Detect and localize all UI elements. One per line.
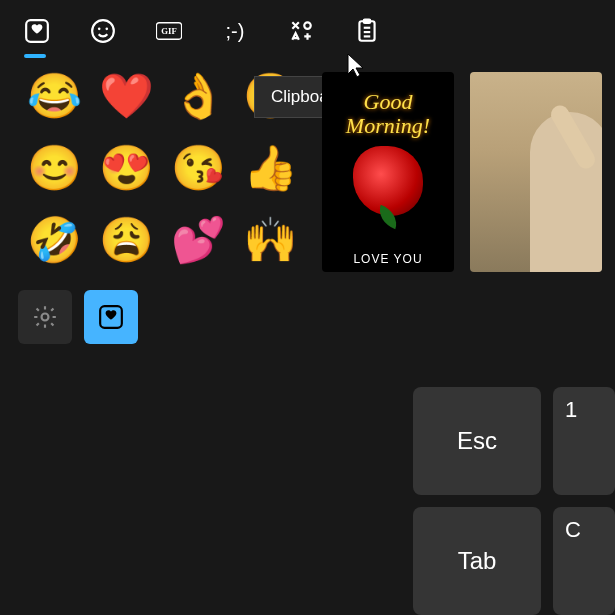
svg-rect-7	[364, 20, 371, 23]
rose-graphic	[353, 146, 423, 216]
key-partial[interactable]: C	[553, 507, 615, 615]
gif-card-kitchen[interactable]	[470, 72, 602, 272]
emoji-item[interactable]: 😊	[24, 138, 84, 198]
emoji-item[interactable]: 🙌	[240, 210, 300, 270]
mouse-cursor-icon	[346, 52, 366, 78]
emoji-item[interactable]: 💕	[168, 210, 228, 270]
gif-card-good-morning[interactable]: Good Morning! LOVE YOU	[322, 72, 454, 272]
gif-label: GIF	[161, 26, 176, 36]
emoji-item[interactable]: 😍	[96, 138, 156, 198]
emoji-item[interactable]: 👌	[168, 66, 228, 126]
favorites-button[interactable]	[84, 290, 138, 344]
key-tab[interactable]: Tab	[413, 507, 541, 615]
emoji-item[interactable]: 😘	[168, 138, 228, 198]
svg-point-3	[105, 28, 108, 31]
svg-point-5	[304, 22, 311, 28]
svg-point-11	[42, 314, 49, 321]
tab-gif[interactable]: GIF	[154, 16, 184, 46]
svg-point-1	[92, 20, 114, 42]
tab-kaomoji[interactable]: ;-)	[220, 16, 250, 46]
tab-symbols[interactable]	[286, 16, 316, 46]
gif-text-line: Good	[364, 89, 413, 114]
svg-point-2	[98, 28, 101, 31]
emoji-item[interactable]: ❤️	[96, 66, 156, 126]
key-esc[interactable]: Esc	[413, 387, 541, 495]
tab-emoji[interactable]	[88, 16, 118, 46]
keyboard-fragment: Esc 1 Tab C	[413, 387, 615, 615]
gif-caption: LOVE YOU	[322, 252, 454, 266]
emoji-item[interactable]: 😩	[96, 210, 156, 270]
tab-favorites[interactable]	[22, 16, 52, 46]
key-1[interactable]: 1	[553, 387, 615, 495]
settings-button[interactable]	[18, 290, 72, 344]
gif-text-line: Morning!	[346, 113, 430, 138]
emoji-item[interactable]: 🤣	[24, 210, 84, 270]
emoji-item[interactable]: 👍	[240, 138, 300, 198]
emoji-item[interactable]: 😂	[24, 66, 84, 126]
tab-clipboard[interactable]	[352, 16, 382, 46]
